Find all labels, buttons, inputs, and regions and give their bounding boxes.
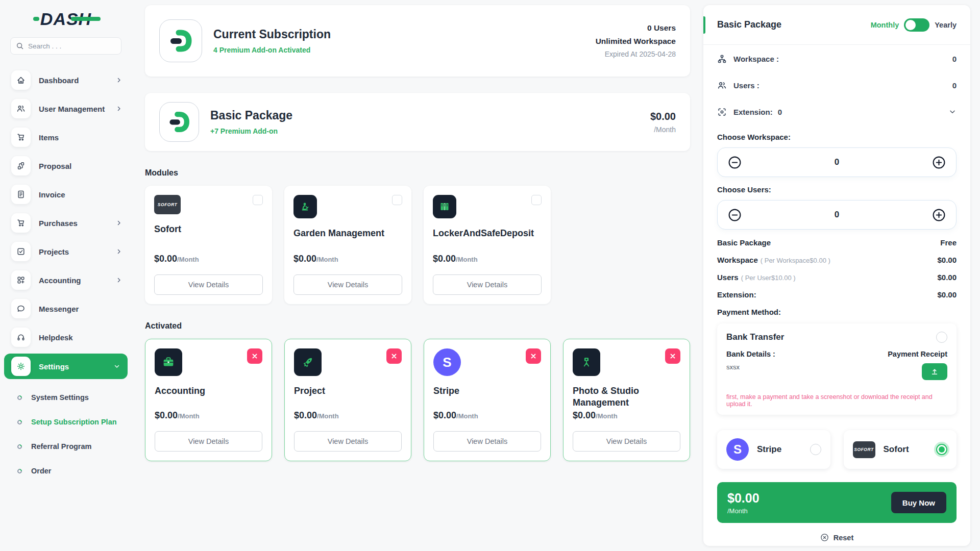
logo-bar [71,17,101,21]
reset-control[interactable]: Reset [717,533,957,542]
sidebar-item-label: Proposal [39,162,122,170]
users-count-text: 0 Users [596,23,676,33]
bullet-icon [16,468,23,474]
sidebar-item-dashboard[interactable]: Dashboard [0,66,132,94]
view-details-button[interactable]: View Details [573,431,680,452]
counter-label: Extension: [733,108,773,116]
module-price: $0.00 [154,254,177,264]
stripe-radio[interactable] [810,444,821,455]
gateway-stripe[interactable]: S Stripe [717,430,830,469]
card-subtitle: +7 Premium Add-on [210,127,650,135]
activated-heading: Activated [145,321,690,331]
remove-module-button[interactable] [247,348,262,364]
activated-title: Project [294,385,402,397]
summary-row-users: Users ( Per User$10.00 ) $0.00 [717,273,957,282]
chevron-right-icon [115,248,122,255]
buy-now-button[interactable]: Buy Now [891,492,946,513]
brand-logo: DASH [0,9,132,29]
billing-toggle[interactable] [904,18,929,32]
remove-module-button[interactable] [665,348,680,364]
upload-receipt-button[interactable] [922,363,947,380]
monthly-label: Monthly [871,21,899,29]
module-title: LockerAndSafeDeposit [433,228,542,240]
module-period: /Month [316,256,338,263]
minus-button[interactable] [728,156,742,169]
subscription-panel: Basic Package Monthly Yearly Workspace :… [703,5,970,546]
activated-period: /Month [456,412,478,420]
summary-label: Users [717,273,739,282]
view-details-button[interactable]: View Details [294,431,402,452]
sidebar-item-label: Accounting [39,276,115,285]
sofort-icon: SOFORT [154,195,181,214]
accent-bar [703,16,705,34]
submenu-item-order[interactable]: Order [17,459,132,483]
users-icon [717,81,728,90]
module-card-sofort: SOFORT Sofort $0.00/Month View Details [145,186,272,304]
activated-card-photo-studio: Photo & Studio Management $0.00/Month Vi… [563,339,690,461]
summary-row-workspace: Workspace ( Per Workspace$0.00 ) $0.00 [717,256,957,264]
dash-logo-icon [159,102,199,142]
sofort-radio[interactable] [936,444,947,455]
view-details-button[interactable]: View Details [293,274,402,295]
sidebar-item-label: Dashboard [39,76,115,85]
sidebar-item-invoice[interactable]: Invoice [0,180,132,209]
card-subtitle: 4 Premium Add-on Activated [213,46,596,54]
activated-price: $0.00 [294,410,317,420]
gateway-sofort[interactable]: SOFORT Sofort [844,430,957,469]
workspace-stepper: 0 [717,147,957,177]
module-checkbox[interactable] [392,195,402,205]
bullet-icon [16,443,23,450]
view-details-button[interactable]: View Details [433,431,541,452]
view-details-button[interactable]: View Details [433,274,542,295]
sidebar-item-items[interactable]: Items [0,123,132,152]
brand-logo-text: DASH [40,9,91,29]
users-counter-row: Users : 0 [717,72,957,98]
sidebar-item-helpdesk[interactable]: Helpdesk [0,323,132,352]
sidebar-item-label: User Management [39,105,115,113]
module-card-lockerandsafedeposit: LockerAndSafeDeposit $0.00/Month View De… [424,186,551,304]
choose-workspace-label: Choose Workspace: [717,133,957,141]
payment-method-label-row: Payment Method: [717,308,957,316]
sidebar-item-purchases[interactable]: Purchases [0,209,132,237]
sidebar-item-projects[interactable]: Projects [0,237,132,266]
sidebar-item-label: Messenger [39,305,122,313]
view-details-button[interactable]: View Details [155,431,262,452]
summary-note: ( Per User$10.00 ) [741,274,796,282]
plus-button[interactable] [932,208,946,222]
summary-row-extension: Extension: $0.00 [717,290,957,299]
panel-header: Basic Package Monthly Yearly [703,5,970,45]
chevron-right-icon [115,105,122,112]
remove-module-button[interactable] [526,348,541,364]
submenu-item-system-settings[interactable]: System Settings [17,385,132,410]
sidebar-item-settings[interactable]: Settings [4,354,128,379]
submenu-item-referral-program[interactable]: Referral Program [17,434,132,459]
choose-users-label: Choose Users: [717,185,957,194]
module-price: $0.00 [293,254,316,264]
remove-module-button[interactable] [386,348,402,364]
counter-label: Users : [733,81,760,90]
minus-button[interactable] [728,208,742,222]
invoice-icon [11,185,31,204]
modules-row: SOFORT Sofort $0.00/Month View Details G… [145,186,690,304]
sidebar-item-proposal[interactable]: Proposal [0,152,132,180]
view-details-button[interactable]: View Details [154,274,263,295]
summary-row-package: Basic Package Free [717,238,957,247]
activated-period: /Month [596,412,618,420]
sidebar-item-accounting[interactable]: Accounting [0,266,132,294]
submenu-item-setup-subscription-plan[interactable]: Setup Subscription Plan [17,410,132,434]
module-checkbox[interactable] [253,195,263,205]
gateway-options: S Stripe SOFORT Sofort [717,430,957,469]
briefcase-icon [155,348,182,376]
bank-transfer-radio[interactable] [936,332,947,343]
module-checkbox[interactable] [531,195,542,205]
workspace-counter-row: Workspace : 0 [717,46,957,71]
stripe-icon: S [433,348,461,376]
module-period: /Month [177,256,199,263]
sidebar-item-user-management[interactable]: User Management [0,94,132,123]
plus-button[interactable] [932,156,946,169]
dash-logo-icon [159,19,202,62]
extension-counter-row[interactable]: Extension: 0 [717,99,957,124]
sidebar-item-messenger[interactable]: Messenger [0,294,132,323]
search-input[interactable] [10,37,121,55]
activated-price: $0.00 [573,410,596,420]
